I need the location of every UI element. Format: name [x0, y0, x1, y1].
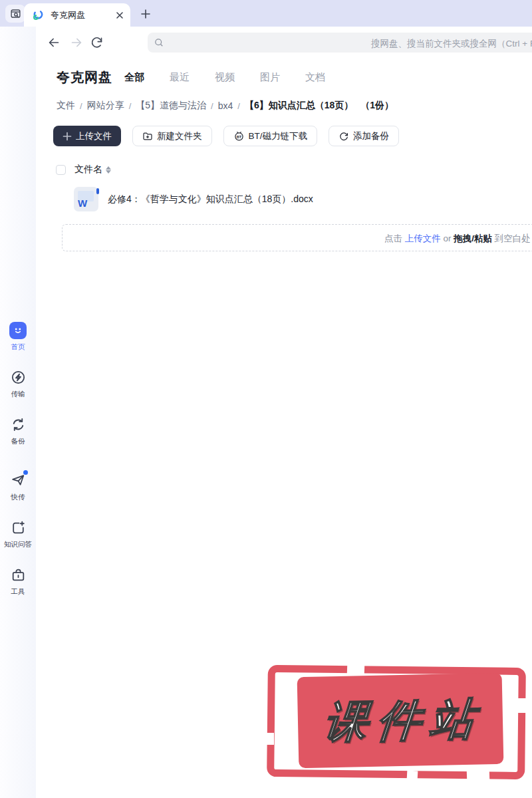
- breadcrumb-item[interactable]: 文件: [57, 100, 75, 112]
- window-search-icon: [10, 8, 21, 19]
- breadcrumb: 文件 / 网站分享 / 【5】道德与法治 / bx4 / 【6】知识点汇总（18…: [57, 100, 532, 112]
- sidebar-item-backup[interactable]: 备份: [9, 416, 27, 446]
- browser-tab[interactable]: 夸克网盘: [24, 3, 130, 27]
- word-doc-icon: W: [74, 187, 98, 211]
- browser-toolbar: 搜网盘、搜当前文件夹或搜全网（Ctrl + F）: [0, 27, 532, 59]
- breadcrumb-current: 【6】知识点汇总（18页）: [245, 100, 353, 112]
- sort-icon[interactable]: [106, 166, 111, 174]
- dropzone-upload-link[interactable]: 上传文件: [405, 233, 441, 243]
- main-content: 夸克网盘 全部 最近 视频 图片 文档 文件 / 网站分享 / 【5】道德与法治…: [53, 59, 532, 251]
- filter-tabs: 全部 最近 视频 图片 文档: [124, 71, 325, 84]
- new-tab-button[interactable]: [138, 7, 153, 21]
- sync-circle-icon: [338, 131, 349, 142]
- sync-arrows-icon: [9, 416, 27, 434]
- search-icon: [154, 37, 164, 48]
- breadcrumb-separator: /: [211, 101, 213, 111]
- dropzone-or: or: [444, 233, 452, 243]
- watermark-text: 课件站: [315, 689, 486, 752]
- app-sidebar: 首页 传输 备份: [0, 27, 36, 798]
- transfer-lightning-icon: [9, 368, 27, 386]
- back-button[interactable]: [47, 35, 61, 50]
- add-backup-button[interactable]: 添加备份: [329, 126, 399, 146]
- dropzone-prefix: 点击: [384, 233, 402, 243]
- breadcrumb-separator: /: [80, 101, 82, 111]
- refresh-button[interactable]: [90, 35, 104, 50]
- tab-all[interactable]: 全部: [124, 71, 144, 84]
- doc-letter: W: [78, 198, 87, 209]
- sidebar-item-label: 快传: [11, 493, 25, 502]
- upload-file-button[interactable]: 上传文件: [53, 126, 121, 146]
- search-placeholder: 搜网盘、搜当前文件夹或搜全网（Ctrl + F）: [371, 38, 532, 50]
- toolbox-icon: [9, 566, 27, 584]
- upload-file-label: 上传文件: [76, 130, 112, 142]
- sidebar-item-label: 备份: [11, 437, 25, 446]
- bt-download-label: BT/磁力链下载: [249, 130, 308, 142]
- tab-video[interactable]: 视频: [215, 71, 235, 84]
- bt-download-icon: BT: [233, 130, 245, 142]
- quick-send-icon: [9, 471, 27, 489]
- breadcrumb-separator: /: [129, 101, 132, 111]
- file-list-header: 文件名: [56, 164, 532, 176]
- tab-close-icon[interactable]: [116, 11, 124, 19]
- select-all-checkbox[interactable]: [56, 165, 66, 175]
- tab-title: 夸克网盘: [51, 9, 116, 21]
- dropzone-suffix: 到空白处: [495, 233, 531, 243]
- sidebar-item-label: 知识问答: [4, 540, 32, 549]
- sidebar-item-transfer[interactable]: 传输: [9, 368, 27, 399]
- browser-search-bar[interactable]: 搜网盘、搜当前文件夹或搜全网（Ctrl + F）: [148, 33, 532, 53]
- filename-column-header[interactable]: 文件名: [74, 164, 102, 176]
- bt-magnet-download-button[interactable]: BT BT/磁力链下载: [223, 126, 318, 146]
- sidebar-item-tools[interactable]: 工具: [9, 566, 27, 597]
- breadcrumb-count: （1份）: [360, 100, 394, 112]
- doc-notch: [96, 188, 99, 194]
- sidebar-item-label: 传输: [11, 390, 25, 399]
- stamp-fill: 课件站: [297, 673, 504, 768]
- plus-icon: [63, 132, 72, 141]
- new-folder-button[interactable]: 新建文件夹: [132, 126, 212, 146]
- breadcrumb-item[interactable]: bx4: [218, 100, 233, 111]
- breadcrumb-separator: /: [237, 101, 240, 111]
- breadcrumb-item[interactable]: 【5】道德与法治: [136, 100, 206, 112]
- sidebar-item-label: 工具: [11, 587, 25, 597]
- dropzone-drag-text: 拖拽/粘贴: [454, 233, 492, 243]
- sidebar-item-home[interactable]: 首页: [9, 321, 27, 352]
- forward-button[interactable]: [69, 35, 84, 50]
- breadcrumb-item[interactable]: 网站分享: [87, 100, 124, 112]
- upload-dropzone[interactable]: 点击 上传文件 or 拖拽/粘贴 到空白处: [62, 224, 532, 251]
- bt-icon-text: BT: [236, 135, 241, 139]
- qa-note-plus-icon: [9, 519, 27, 537]
- quark-logo-icon: [32, 9, 45, 21]
- add-backup-label: 添加备份: [353, 130, 389, 142]
- new-folder-label: 新建文件夹: [157, 130, 202, 142]
- sidebar-item-quick-send[interactable]: 快传: [9, 471, 27, 502]
- tab-recent[interactable]: 最近: [170, 71, 190, 84]
- action-toolbar: 上传文件 新建文件夹 BT: [53, 126, 532, 146]
- window-search-button[interactable]: [5, 5, 25, 23]
- dropzone-hint: 点击 上传文件 or 拖拽/粘贴 到空白处: [384, 233, 531, 245]
- tab-image[interactable]: 图片: [260, 71, 280, 84]
- sidebar-item-knowledge-qa[interactable]: 知识问答: [4, 519, 32, 549]
- sidebar-item-label: 首页: [11, 342, 25, 352]
- browser-window: 夸克网盘 搜网盘、搜当前文件夹或搜全网（Ctrl + F）: [0, 0, 532, 798]
- browser-tab-strip: 夸克网盘: [0, 0, 532, 27]
- watermark-stamp: 课件站: [267, 666, 525, 778]
- tab-document[interactable]: 文档: [305, 71, 325, 84]
- file-name: 必修4：《哲学与文化》知识点汇总（18页）.docx: [108, 194, 313, 205]
- home-smiley-icon: [9, 321, 27, 339]
- folder-plus-icon: [142, 131, 153, 142]
- page-title: 夸克网盘: [57, 68, 112, 86]
- notification-dot: [23, 470, 28, 475]
- file-row[interactable]: W 必修4：《哲学与文化》知识点汇总（18页）.docx: [74, 187, 532, 211]
